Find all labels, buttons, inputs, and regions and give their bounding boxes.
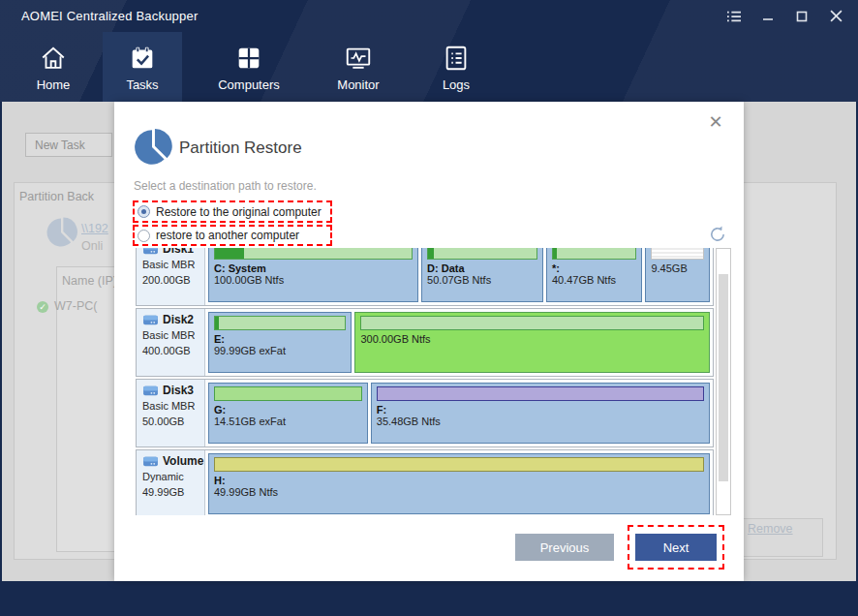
window-chrome: AOMEI Centralized Backupper <box>0 0 858 102</box>
disk-size: 50.00GB <box>142 415 204 430</box>
disk-list-scrollbar[interactable] <box>716 248 731 515</box>
partition-restore-pie-icon <box>132 127 172 168</box>
usage-bar <box>214 386 362 401</box>
radio-selected-icon[interactable] <box>138 205 150 218</box>
disk-name: Volume <box>142 453 204 470</box>
window-controls <box>721 0 848 32</box>
scrollbar-thumb[interactable] <box>719 274 728 481</box>
nav-label: Home <box>37 77 71 92</box>
computer-name: W7-PC( <box>54 299 97 313</box>
nav-label: Logs <box>443 77 470 92</box>
disk-info: Disk2Basic MBR400.00GB <box>137 309 205 376</box>
disk-list: Disk1Basic MBR200.00GBC: System100.00GB … <box>136 248 731 515</box>
disk-name: Disk1 <box>142 248 204 258</box>
close-button[interactable] <box>823 5 848 28</box>
partition-g[interactable]: G:14.51GB exFat <box>208 383 368 444</box>
disk-name: Disk2 <box>142 312 204 328</box>
partition-label: E: <box>214 333 346 345</box>
nav-tab-logs[interactable]: Logs <box>424 32 488 102</box>
nav-label: Computers <box>218 77 280 92</box>
disk-row-disk3[interactable]: Disk3Basic MBR50.00GBG:14.51GB exFatF:35… <box>136 379 714 447</box>
menu-icon[interactable] <box>721 5 747 28</box>
dialog-title: Partition Restore <box>179 139 302 158</box>
partition-label: D: Data <box>427 262 537 274</box>
disk-type: Dynamic <box>142 470 204 485</box>
radio-restore-another[interactable]: restore to another computer <box>133 225 332 246</box>
partition-csystem[interactable]: C: System100.00GB Ntfs <box>208 248 418 302</box>
dialog-close-icon[interactable]: ✕ <box>702 109 729 135</box>
previous-button[interactable]: Previous <box>515 534 614 561</box>
computers-icon <box>234 44 263 73</box>
disk-type: Basic MBR <box>142 399 204 415</box>
usage-bar <box>377 386 704 401</box>
refresh-icon[interactable] <box>708 225 727 244</box>
partition-[interactable]: *:40.47GB Ntfs <box>546 248 643 302</box>
disk-partitions: H:49.99GB Ntfs <box>205 450 713 515</box>
partition-info: 49.99GB Ntfs <box>214 486 704 498</box>
nav-tab-tasks[interactable]: Tasks <box>103 32 182 102</box>
computer-status: Onli <box>81 239 103 253</box>
partition-h[interactable]: H:49.99GB Ntfs <box>208 453 710 514</box>
partition-f[interactable]: F:35.48GB Ntfs <box>371 383 710 444</box>
partition-info: 9.45GB <box>651 262 704 274</box>
partition-unnamed[interactable]: 300.00GB Ntfs <box>354 312 710 373</box>
radio-label: restore to another computer <box>156 229 299 242</box>
table-header-name-ip: Name (IP) <box>62 274 117 288</box>
disk-row-disk1[interactable]: Disk1Basic MBR200.00GBC: System100.00GB … <box>136 248 714 306</box>
usage-bar <box>427 248 537 260</box>
maximize-button[interactable] <box>789 5 814 28</box>
remove-link: Remove <box>748 522 793 536</box>
home-icon <box>39 44 68 73</box>
usage-bar <box>214 248 413 260</box>
dialog-subtitle: Select a destination path to restore. <box>134 179 317 193</box>
logs-icon <box>442 44 471 73</box>
partition-info: 14.51GB exFat <box>214 416 362 427</box>
disk-type: Basic MBR <box>142 258 204 273</box>
partition-unnamed[interactable]: 9.45GB <box>645 248 710 302</box>
partition-ddata[interactable]: D: Data50.07GB Ntfs <box>421 248 543 302</box>
nav-tab-monitor[interactable]: Monitor <box>318 32 399 102</box>
disk-size: 200.00GB <box>142 273 204 289</box>
task-pie-icon <box>45 216 77 249</box>
monitor-icon <box>344 44 373 73</box>
disk-partitions: G:14.51GB exFatF:35.48GB Ntfs <box>205 380 713 447</box>
main-nav: Home Tasks Computers Monitor <box>0 32 858 102</box>
nav-tab-computers[interactable]: Computers <box>199 32 298 102</box>
partition-label: F: <box>377 404 704 416</box>
nav-label: Tasks <box>126 77 158 92</box>
disk-info: Disk1Basic MBR200.00GB <box>137 248 205 305</box>
disk-size: 49.99GB <box>142 485 204 501</box>
disk-name: Disk3 <box>142 383 204 399</box>
partition-info: 35.48GB Ntfs <box>377 416 704 427</box>
partition-info: 100.00GB Ntfs <box>214 274 413 286</box>
usage-bar <box>552 248 637 260</box>
partition-info: 50.07GB Ntfs <box>427 274 537 286</box>
partition-info: 99.99GB exFat <box>214 345 346 356</box>
disk-info: Disk3Basic MBR50.00GB <box>137 380 205 447</box>
usage-bar <box>360 316 704 330</box>
radio-unselected-icon[interactable] <box>138 230 150 242</box>
computer-link: \\192 <box>81 222 108 235</box>
partition-restore-dialog: ✕ Partition Restore Select a destination… <box>114 102 744 581</box>
nav-tab-home[interactable]: Home <box>19 32 87 102</box>
radio-restore-original[interactable]: Restore to the original computer <box>133 200 332 223</box>
task-panel-title: Partition Back <box>19 190 94 203</box>
tasks-icon <box>128 44 157 73</box>
minimize-button[interactable] <box>755 5 781 28</box>
disk-row-disk2[interactable]: Disk2Basic MBR400.00GBE:99.99GB exFat300… <box>136 308 714 377</box>
disk-partitions: E:99.99GB exFat300.00GB Ntfs <box>205 309 713 376</box>
partition-label: *: <box>552 262 637 274</box>
disk-type: Basic MBR <box>142 328 204 344</box>
partition-label: H: <box>214 475 704 486</box>
new-task-button: New Task <box>25 133 112 157</box>
disk-row-volume[interactable]: VolumeDynamic49.99GBH:49.99GB Ntfs <box>136 449 714 515</box>
nav-label: Monitor <box>337 77 379 92</box>
partition-e[interactable]: E:99.99GB exFat <box>208 312 352 373</box>
radio-label: Restore to the original computer <box>156 205 322 219</box>
next-annotation-box <box>628 525 724 570</box>
app-title: AOMEI Centralized Backupper <box>0 9 198 23</box>
usage-bar <box>651 248 704 260</box>
partition-label: G: <box>214 404 362 416</box>
usage-bar <box>214 457 704 472</box>
partition-info: 300.00GB Ntfs <box>360 333 704 345</box>
